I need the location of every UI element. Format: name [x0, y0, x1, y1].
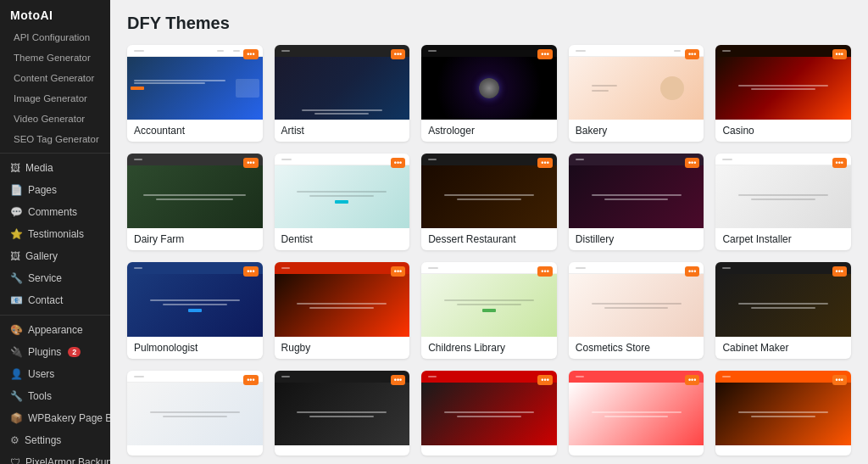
theme-card-carpet[interactable]: ••• Carpet Installer: [715, 154, 851, 250]
theme-card-pulmonologist[interactable]: ••• Pulmonologist: [127, 262, 263, 359]
theme-badge-r4e: •••: [832, 375, 847, 385]
sidebar-item-service-label: Service: [28, 272, 62, 284]
sidebar-item-media-label: Media: [25, 162, 53, 174]
theme-badge-cabinet: •••: [832, 266, 847, 277]
theme-badge-r4b: •••: [391, 375, 405, 385]
theme-card-cabinet[interactable]: ••• Cabinet Maker: [715, 262, 851, 359]
sidebar-item-tools-label: Tools: [28, 390, 52, 402]
sidebar-item-video-gen[interactable]: Video Generator: [0, 109, 110, 129]
sidebar-item-wpbakery-label: WPBakery Page Builder: [28, 412, 110, 424]
theme-card-casino[interactable]: ••• Casino: [715, 45, 851, 142]
theme-card-r4a[interactable]: •••: [127, 371, 263, 456]
theme-badge-r4c: •••: [537, 375, 552, 385]
theme-badge-library: •••: [537, 266, 552, 277]
theme-card-library[interactable]: ••• Childrens Library: [421, 262, 557, 359]
sidebar-divider: [0, 153, 110, 154]
theme-thumbnail-distillery: •••: [569, 154, 704, 228]
theme-card-astrologer[interactable]: ••• Astrologer: [421, 45, 557, 142]
sidebar-item-service[interactable]: 🔧 Service: [0, 267, 110, 289]
theme-name-r4b: [275, 445, 410, 456]
main-content: DFY Themes: [110, 0, 868, 464]
theme-thumbnail-library: •••: [421, 262, 557, 337]
theme-thumbnail-r4b: •••: [275, 371, 410, 445]
sidebar: MotoAI API Configuration Theme Generator…: [0, 0, 110, 464]
theme-thumbnail-cosmetics: •••: [569, 262, 704, 337]
theme-badge-accountant: •••: [243, 49, 258, 59]
theme-card-accountant[interactable]: ••• Accountant: [127, 45, 263, 142]
sidebar-item-pages-label: Pages: [28, 184, 57, 196]
theme-badge-astrologer: •••: [537, 49, 552, 59]
sidebar-item-settings[interactable]: ⚙ Settings: [0, 429, 110, 451]
theme-card-dairy-farm[interactable]: ••• Dairy Farm: [127, 154, 263, 250]
plugins-badge: 2: [68, 347, 81, 357]
theme-badge-r4a: •••: [243, 375, 258, 385]
theme-card-dessert[interactable]: ••• Dessert Restaurant: [421, 154, 557, 250]
theme-name-dairy-farm: Dairy Farm: [127, 228, 263, 250]
sidebar-item-appearance[interactable]: 🎨 Appearance: [0, 319, 110, 341]
sidebar-item-api-config[interactable]: API Configuration: [0, 27, 110, 48]
sidebar-item-content-gen[interactable]: Content Generator: [0, 68, 110, 88]
sidebar-top-section: API Configuration Theme Generator Conten…: [0, 27, 110, 149]
sidebar-item-gallery-label: Gallery: [25, 250, 58, 262]
theme-badge-r4d: •••: [685, 375, 699, 385]
theme-badge-carpet: •••: [832, 158, 847, 168]
sidebar-item-media[interactable]: 🖼 Media: [0, 157, 110, 179]
theme-card-r4e[interactable]: •••: [715, 371, 851, 456]
theme-badge-dentist: •••: [391, 158, 405, 168]
theme-thumbnail-r4c: •••: [421, 371, 557, 445]
theme-name-cosmetics: Cosmetics Store: [569, 337, 704, 359]
sidebar-item-image-gen[interactable]: Image Generator: [0, 88, 110, 109]
sidebar-item-comments-label: Comments: [28, 206, 77, 218]
theme-name-rugby: Rugby: [275, 337, 410, 359]
sidebar-item-contact[interactable]: 📧 Contact: [0, 289, 110, 311]
theme-badge-dessert: •••: [537, 158, 552, 168]
wpbakery-icon: 📦: [10, 412, 23, 424]
sidebar-item-plugins[interactable]: 🔌 Plugins 2: [0, 341, 110, 363]
theme-card-r4c[interactable]: •••: [421, 371, 557, 456]
sidebar-divider-2: [0, 315, 110, 316]
sidebar-item-gallery[interactable]: 🖼 Gallery: [0, 245, 110, 267]
comments-icon: 💬: [10, 206, 23, 218]
sidebar-item-theme-gen[interactable]: Theme Generator: [0, 48, 110, 68]
theme-thumbnail-dentist: •••: [275, 154, 410, 228]
theme-badge-rugby: •••: [391, 266, 405, 277]
theme-thumbnail-dessert: •••: [421, 154, 557, 228]
media-icon: 🖼: [10, 162, 20, 174]
theme-name-r4a: [127, 445, 263, 456]
theme-card-r4b[interactable]: •••: [275, 371, 410, 456]
sidebar-item-pixelarmor[interactable]: 🛡 PixelArmor Backup: [0, 451, 110, 464]
theme-name-r4e: [715, 445, 851, 456]
theme-card-r4d[interactable]: •••: [569, 371, 704, 456]
theme-card-distillery[interactable]: ••• Distillery: [569, 154, 704, 250]
sidebar-item-pages[interactable]: 📄 Pages: [0, 179, 110, 201]
theme-name-r4c: [421, 445, 557, 456]
theme-badge-pulmonologist: •••: [243, 266, 258, 277]
theme-card-dentist[interactable]: ••• Dentist: [275, 154, 410, 250]
theme-thumbnail-rugby: •••: [275, 262, 410, 337]
themes-grid: ••• Accountant ••• Artist: [127, 45, 851, 456]
theme-badge-cosmetics: •••: [685, 266, 699, 277]
theme-name-bakery: Bakery: [569, 120, 704, 142]
sidebar-item-testimonials[interactable]: ⭐ Testimonials: [0, 223, 110, 245]
sidebar-item-appearance-label: Appearance: [28, 324, 83, 336]
theme-card-artist[interactable]: ••• Artist: [275, 45, 410, 142]
pixelarmor-icon: 🛡: [10, 456, 20, 464]
theme-name-cabinet: Cabinet Maker: [715, 337, 851, 359]
sidebar-item-comments[interactable]: 💬 Comments: [0, 201, 110, 223]
gallery-icon: 🖼: [10, 250, 20, 262]
theme-card-bakery[interactable]: ••• Bakery: [569, 45, 704, 142]
plugins-icon: 🔌: [10, 346, 23, 358]
theme-card-rugby[interactable]: ••• Rugby: [275, 262, 410, 359]
sidebar-item-users[interactable]: 👤 Users: [0, 363, 110, 385]
theme-badge-casino: •••: [832, 49, 847, 59]
sidebar-item-contact-label: Contact: [28, 294, 63, 306]
theme-name-accountant: Accountant: [127, 120, 263, 142]
sidebar-item-seo-gen[interactable]: SEO Tag Generator: [0, 129, 110, 149]
theme-card-cosmetics[interactable]: ••• Cosmetics Store: [569, 262, 704, 359]
sidebar-item-wpbakery[interactable]: 📦 WPBakery Page Builder: [0, 407, 110, 429]
tools-icon: 🔧: [10, 390, 23, 402]
theme-thumbnail-carpet: •••: [715, 154, 851, 228]
sidebar-item-plugins-label: Plugins: [28, 346, 61, 358]
theme-name-dessert: Dessert Restaurant: [421, 228, 557, 250]
sidebar-item-tools[interactable]: 🔧 Tools: [0, 385, 110, 407]
